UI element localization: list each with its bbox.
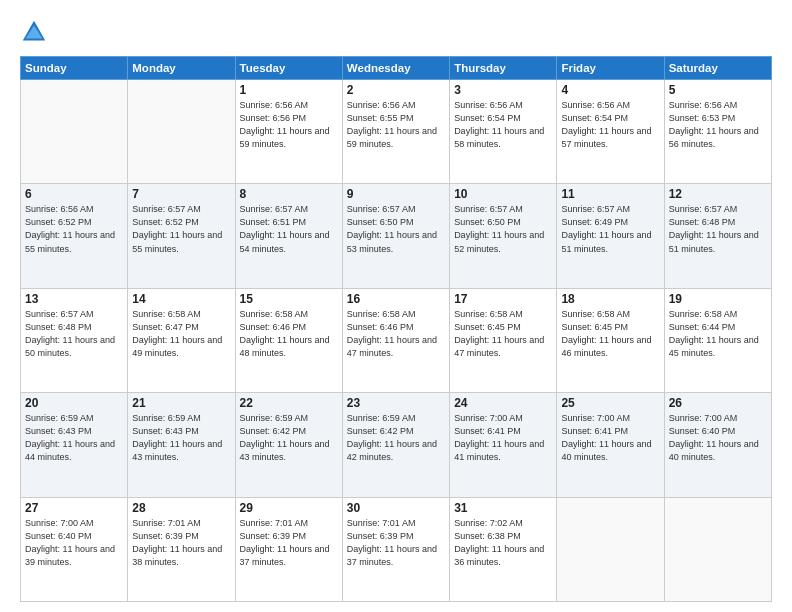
calendar-cell: 5Sunrise: 6:56 AMSunset: 6:53 PMDaylight… <box>664 80 771 184</box>
calendar-week-row: 6Sunrise: 6:56 AMSunset: 6:52 PMDaylight… <box>21 184 772 288</box>
weekday-header-wednesday: Wednesday <box>342 57 449 80</box>
day-detail: Sunrise: 6:58 AMSunset: 6:45 PMDaylight:… <box>561 308 659 360</box>
calendar-cell: 9Sunrise: 6:57 AMSunset: 6:50 PMDaylight… <box>342 184 449 288</box>
day-detail: Sunrise: 7:01 AMSunset: 6:39 PMDaylight:… <box>240 517 338 569</box>
day-detail: Sunrise: 6:56 AMSunset: 6:56 PMDaylight:… <box>240 99 338 151</box>
logo <box>20 18 52 46</box>
header <box>20 18 772 46</box>
calendar-cell: 14Sunrise: 6:58 AMSunset: 6:47 PMDayligh… <box>128 288 235 392</box>
day-number: 28 <box>132 501 230 515</box>
calendar-cell: 13Sunrise: 6:57 AMSunset: 6:48 PMDayligh… <box>21 288 128 392</box>
day-number: 22 <box>240 396 338 410</box>
calendar-week-row: 20Sunrise: 6:59 AMSunset: 6:43 PMDayligh… <box>21 393 772 497</box>
day-detail: Sunrise: 6:59 AMSunset: 6:43 PMDaylight:… <box>25 412 123 464</box>
calendar-cell: 18Sunrise: 6:58 AMSunset: 6:45 PMDayligh… <box>557 288 664 392</box>
calendar-cell: 3Sunrise: 6:56 AMSunset: 6:54 PMDaylight… <box>450 80 557 184</box>
calendar-cell: 28Sunrise: 7:01 AMSunset: 6:39 PMDayligh… <box>128 497 235 601</box>
day-detail: Sunrise: 6:59 AMSunset: 6:42 PMDaylight:… <box>347 412 445 464</box>
calendar-cell <box>21 80 128 184</box>
logo-icon <box>20 18 48 46</box>
day-detail: Sunrise: 6:57 AMSunset: 6:49 PMDaylight:… <box>561 203 659 255</box>
day-detail: Sunrise: 6:59 AMSunset: 6:42 PMDaylight:… <box>240 412 338 464</box>
day-detail: Sunrise: 6:56 AMSunset: 6:55 PMDaylight:… <box>347 99 445 151</box>
day-number: 21 <box>132 396 230 410</box>
day-number: 29 <box>240 501 338 515</box>
day-number: 7 <box>132 187 230 201</box>
day-number: 10 <box>454 187 552 201</box>
day-detail: Sunrise: 6:57 AMSunset: 6:50 PMDaylight:… <box>347 203 445 255</box>
day-number: 12 <box>669 187 767 201</box>
day-number: 27 <box>25 501 123 515</box>
day-number: 1 <box>240 83 338 97</box>
day-number: 26 <box>669 396 767 410</box>
day-detail: Sunrise: 6:57 AMSunset: 6:48 PMDaylight:… <box>669 203 767 255</box>
calendar-cell: 30Sunrise: 7:01 AMSunset: 6:39 PMDayligh… <box>342 497 449 601</box>
calendar-cell <box>664 497 771 601</box>
day-detail: Sunrise: 6:57 AMSunset: 6:48 PMDaylight:… <box>25 308 123 360</box>
day-detail: Sunrise: 6:59 AMSunset: 6:43 PMDaylight:… <box>132 412 230 464</box>
weekday-header-monday: Monday <box>128 57 235 80</box>
calendar-cell: 7Sunrise: 6:57 AMSunset: 6:52 PMDaylight… <box>128 184 235 288</box>
day-detail: Sunrise: 6:57 AMSunset: 6:50 PMDaylight:… <box>454 203 552 255</box>
day-number: 25 <box>561 396 659 410</box>
calendar-cell: 19Sunrise: 6:58 AMSunset: 6:44 PMDayligh… <box>664 288 771 392</box>
day-number: 20 <box>25 396 123 410</box>
calendar-cell: 20Sunrise: 6:59 AMSunset: 6:43 PMDayligh… <box>21 393 128 497</box>
calendar-week-row: 1Sunrise: 6:56 AMSunset: 6:56 PMDaylight… <box>21 80 772 184</box>
calendar-cell: 31Sunrise: 7:02 AMSunset: 6:38 PMDayligh… <box>450 497 557 601</box>
day-detail: Sunrise: 6:58 AMSunset: 6:44 PMDaylight:… <box>669 308 767 360</box>
day-number: 5 <box>669 83 767 97</box>
calendar-cell: 8Sunrise: 6:57 AMSunset: 6:51 PMDaylight… <box>235 184 342 288</box>
calendar-cell: 11Sunrise: 6:57 AMSunset: 6:49 PMDayligh… <box>557 184 664 288</box>
day-detail: Sunrise: 6:58 AMSunset: 6:45 PMDaylight:… <box>454 308 552 360</box>
calendar-cell: 6Sunrise: 6:56 AMSunset: 6:52 PMDaylight… <box>21 184 128 288</box>
calendar-cell: 25Sunrise: 7:00 AMSunset: 6:41 PMDayligh… <box>557 393 664 497</box>
day-detail: Sunrise: 6:56 AMSunset: 6:53 PMDaylight:… <box>669 99 767 151</box>
day-number: 3 <box>454 83 552 97</box>
calendar-cell: 2Sunrise: 6:56 AMSunset: 6:55 PMDaylight… <box>342 80 449 184</box>
weekday-header-friday: Friday <box>557 57 664 80</box>
day-detail: Sunrise: 7:00 AMSunset: 6:40 PMDaylight:… <box>669 412 767 464</box>
calendar-cell: 12Sunrise: 6:57 AMSunset: 6:48 PMDayligh… <box>664 184 771 288</box>
day-detail: Sunrise: 7:00 AMSunset: 6:40 PMDaylight:… <box>25 517 123 569</box>
day-number: 16 <box>347 292 445 306</box>
weekday-header-sunday: Sunday <box>21 57 128 80</box>
day-number: 19 <box>669 292 767 306</box>
day-number: 23 <box>347 396 445 410</box>
day-number: 18 <box>561 292 659 306</box>
day-detail: Sunrise: 6:58 AMSunset: 6:46 PMDaylight:… <box>240 308 338 360</box>
day-number: 14 <box>132 292 230 306</box>
day-number: 11 <box>561 187 659 201</box>
calendar-cell: 26Sunrise: 7:00 AMSunset: 6:40 PMDayligh… <box>664 393 771 497</box>
weekday-header-saturday: Saturday <box>664 57 771 80</box>
day-number: 13 <box>25 292 123 306</box>
calendar-table: SundayMondayTuesdayWednesdayThursdayFrid… <box>20 56 772 602</box>
calendar-cell: 29Sunrise: 7:01 AMSunset: 6:39 PMDayligh… <box>235 497 342 601</box>
weekday-header-tuesday: Tuesday <box>235 57 342 80</box>
day-detail: Sunrise: 7:01 AMSunset: 6:39 PMDaylight:… <box>347 517 445 569</box>
weekday-header-thursday: Thursday <box>450 57 557 80</box>
calendar-cell: 17Sunrise: 6:58 AMSunset: 6:45 PMDayligh… <box>450 288 557 392</box>
calendar-cell <box>557 497 664 601</box>
day-detail: Sunrise: 6:56 AMSunset: 6:54 PMDaylight:… <box>454 99 552 151</box>
day-detail: Sunrise: 6:58 AMSunset: 6:46 PMDaylight:… <box>347 308 445 360</box>
day-number: 17 <box>454 292 552 306</box>
calendar-cell: 4Sunrise: 6:56 AMSunset: 6:54 PMDaylight… <box>557 80 664 184</box>
calendar-week-row: 13Sunrise: 6:57 AMSunset: 6:48 PMDayligh… <box>21 288 772 392</box>
calendar-cell: 21Sunrise: 6:59 AMSunset: 6:43 PMDayligh… <box>128 393 235 497</box>
day-detail: Sunrise: 6:56 AMSunset: 6:52 PMDaylight:… <box>25 203 123 255</box>
calendar-week-row: 27Sunrise: 7:00 AMSunset: 6:40 PMDayligh… <box>21 497 772 601</box>
calendar-cell: 16Sunrise: 6:58 AMSunset: 6:46 PMDayligh… <box>342 288 449 392</box>
day-detail: Sunrise: 6:57 AMSunset: 6:52 PMDaylight:… <box>132 203 230 255</box>
day-detail: Sunrise: 7:01 AMSunset: 6:39 PMDaylight:… <box>132 517 230 569</box>
day-number: 30 <box>347 501 445 515</box>
day-detail: Sunrise: 7:00 AMSunset: 6:41 PMDaylight:… <box>561 412 659 464</box>
day-number: 2 <box>347 83 445 97</box>
page: SundayMondayTuesdayWednesdayThursdayFrid… <box>0 0 792 612</box>
calendar-cell: 23Sunrise: 6:59 AMSunset: 6:42 PMDayligh… <box>342 393 449 497</box>
day-detail: Sunrise: 6:57 AMSunset: 6:51 PMDaylight:… <box>240 203 338 255</box>
weekday-header-row: SundayMondayTuesdayWednesdayThursdayFrid… <box>21 57 772 80</box>
calendar-cell: 10Sunrise: 6:57 AMSunset: 6:50 PMDayligh… <box>450 184 557 288</box>
calendar-cell: 1Sunrise: 6:56 AMSunset: 6:56 PMDaylight… <box>235 80 342 184</box>
day-detail: Sunrise: 7:00 AMSunset: 6:41 PMDaylight:… <box>454 412 552 464</box>
